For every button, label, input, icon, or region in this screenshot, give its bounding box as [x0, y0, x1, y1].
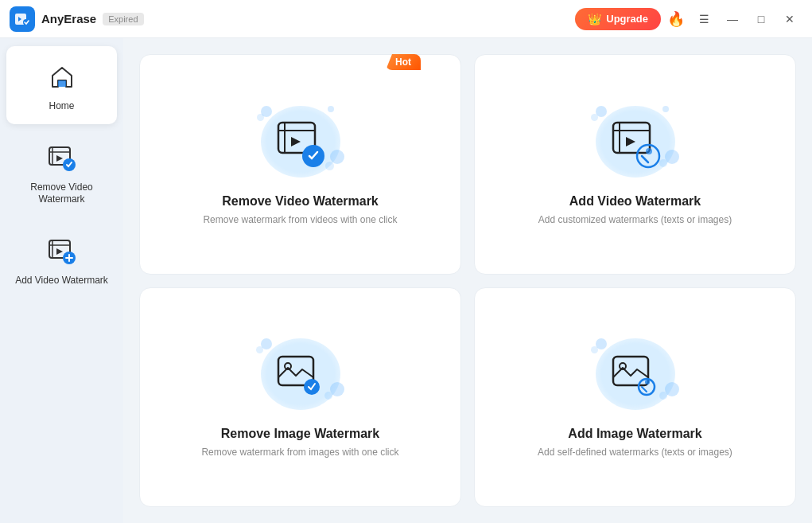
sidebar-item-home-label: Home: [49, 100, 74, 113]
card-add-video-title: Add Video Watermark: [569, 194, 701, 209]
hot-badge: Hot: [386, 54, 421, 70]
svg-marker-11: [56, 248, 63, 255]
card-add-video-desc: Add customized watermarks (texts or imag…: [538, 213, 732, 227]
card-remove-video-desc: Remove watermark from videos with one cl…: [203, 213, 397, 227]
card-add-image-desc: Add self-defined watermarks (texts or im…: [538, 446, 732, 459]
maximize-button[interactable]: □: [748, 6, 774, 32]
titlebar-left: AnyErase Expired: [10, 6, 144, 32]
svg-point-30: [645, 380, 650, 384]
app-name: AnyErase: [41, 12, 96, 25]
titlebar: AnyErase Expired 👑 Upgrade 🔥 ☰ — □ ✕: [0, 0, 812, 38]
card-add-video-icon-area: [588, 102, 683, 181]
card-remove-image-watermark[interactable]: Remove Image Watermark Remove watermark …: [139, 287, 461, 508]
card-remove-image-title: Remove Image Watermark: [221, 427, 380, 441]
upgrade-label: Upgrade: [606, 13, 648, 25]
card-remove-video-watermark[interactable]: Hot: [139, 54, 461, 275]
sidebar: Home Remove Video Watermark: [0, 38, 123, 523]
svg-rect-18: [613, 123, 650, 153]
sidebar-item-add-video-label: Add Video Watermark: [15, 275, 108, 287]
remove-video-icon-container: [43, 139, 81, 177]
svg-rect-2: [58, 80, 66, 87]
card-remove-video-icon-area: [253, 102, 348, 181]
content-area: Hot: [123, 38, 812, 523]
card-add-image-title: Add Image Watermark: [568, 427, 701, 441]
upgrade-button[interactable]: 👑 Upgrade: [575, 8, 661, 30]
cards-grid: Hot: [139, 54, 796, 507]
sidebar-item-add-video[interactable]: Add Video Watermark: [6, 221, 117, 299]
titlebar-right: 👑 Upgrade 🔥 ☰ — □ ✕: [575, 6, 802, 32]
svg-point-23: [646, 148, 652, 154]
add-video-icon-container: [43, 232, 81, 270]
crown-icon: 👑: [588, 13, 601, 25]
menu-button[interactable]: ☰: [691, 6, 717, 32]
sidebar-item-remove-video[interactable]: Remove Video Watermark: [6, 127, 117, 217]
sidebar-item-remove-video-label: Remove Video Watermark: [14, 181, 109, 206]
svg-marker-6: [56, 155, 63, 162]
card-remove-image-desc: Remove watermark from images with one cl…: [201, 446, 398, 459]
svg-marker-16: [291, 137, 301, 146]
card-add-image-icon-area: [588, 334, 683, 414]
svg-marker-21: [626, 137, 635, 146]
card-add-video-watermark[interactable]: Add Video Watermark Add customized water…: [474, 54, 796, 275]
main-layout: Home Remove Video Watermark: [0, 38, 812, 523]
sidebar-item-home[interactable]: Home: [6, 46, 117, 124]
close-button[interactable]: ✕: [777, 6, 802, 32]
card-remove-video-title: Remove Video Watermark: [222, 194, 379, 209]
card-remove-image-icon-area: [253, 334, 348, 414]
app-logo: [10, 6, 35, 32]
card-add-image-watermark[interactable]: Add Image Watermark Add self-defined wat…: [474, 287, 796, 508]
titlebar-actions: ☰ — □ ✕: [691, 6, 802, 32]
expired-badge: Expired: [103, 13, 143, 25]
home-icon-container: [43, 57, 81, 96]
minimize-button[interactable]: —: [720, 6, 745, 32]
fire-icon: 🔥: [667, 10, 685, 28]
